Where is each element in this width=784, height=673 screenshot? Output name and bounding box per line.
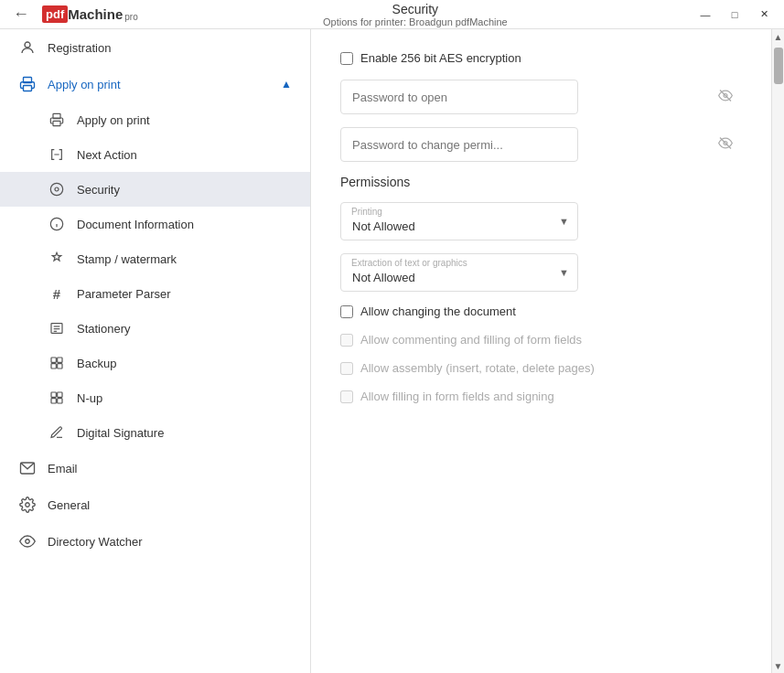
- sidebar-label-nup: N-up: [77, 391, 102, 405]
- svg-rect-15: [58, 358, 62, 362]
- sidebar-item-registration[interactable]: Registration: [0, 29, 310, 66]
- allow-filling-row: Allow filling in form fields and signing: [340, 390, 742, 403]
- permissions-label: Permissions: [340, 175, 742, 189]
- sidebar-item-email[interactable]: Email: [0, 450, 310, 486]
- chevron-up-icon: ▲: [281, 78, 292, 91]
- stationery-icon: [48, 319, 66, 337]
- svg-point-6: [55, 187, 59, 191]
- allow-assembly-row: Allow assembly (insert, rotate, delete p…: [340, 361, 742, 375]
- content-scroll: Enable 256 bit AES encryption: [311, 29, 771, 673]
- sidebar-item-general[interactable]: General: [0, 486, 310, 523]
- scroll-down-arrow[interactable]: ▼: [772, 658, 785, 673]
- logo-pdf: pdf: [42, 5, 68, 23]
- sidebar-subitem-stamp-watermark[interactable]: Stamp / watermark: [0, 241, 310, 276]
- maximize-button[interactable]: □: [722, 5, 747, 25]
- sidebar-subitem-parameter-parser[interactable]: # Parameter Parser: [0, 276, 310, 311]
- sidebar-subitem-digital-signature[interactable]: Digital Signature: [0, 415, 310, 450]
- back-button[interactable]: ←: [7, 3, 35, 26]
- stamp-icon: [48, 250, 66, 268]
- scroll-up-arrow[interactable]: ▲: [772, 29, 785, 44]
- svg-rect-4: [53, 121, 60, 125]
- eye-change-icon[interactable]: [718, 136, 733, 154]
- window-title: Security: [392, 2, 439, 16]
- person-icon: [18, 38, 37, 57]
- password-change-field: [340, 127, 742, 162]
- svg-point-23: [26, 503, 30, 507]
- sidebar-subitem-next-action[interactable]: Next Action: [0, 137, 310, 172]
- allow-commenting-label: Allow commenting and filling of form fie…: [360, 333, 582, 347]
- extraction-select[interactable]: Not Allowed Allowed: [340, 253, 578, 292]
- encryption-label[interactable]: Enable 256 bit AES encryption: [360, 51, 521, 65]
- permissions-section: Permissions Printing Not Allowed Allowed…: [340, 175, 742, 403]
- allow-changing-row: Allow changing the document: [340, 304, 742, 318]
- sidebar-label-apply-on-print-sub: Apply on print: [77, 113, 150, 127]
- sidebar-scroll: Registration Apply on print ▲: [0, 29, 310, 673]
- sidebar-label-document-info: Document Information: [77, 218, 194, 231]
- titlebar: ← pdf Machine pro Security Options for p…: [0, 0, 784, 29]
- svg-rect-14: [51, 358, 56, 362]
- sidebar-label-stamp: Stamp / watermark: [77, 252, 177, 266]
- allow-commenting-row: Allow commenting and filling of form fie…: [340, 333, 742, 347]
- allow-filling-label: Allow filling in form fields and signing: [360, 390, 554, 403]
- right-scrollbar: ▲ ▼: [771, 29, 784, 673]
- encryption-checkbox[interactable]: [340, 52, 353, 65]
- sidebar-label-next-action: Next Action: [77, 148, 137, 162]
- sidebar-subitem-stationery[interactable]: Stationery: [0, 311, 310, 346]
- sidebar-label-backup: Backup: [77, 357, 116, 370]
- logo: pdf Machine pro: [42, 5, 138, 23]
- eye-open-icon[interactable]: [718, 89, 733, 106]
- svg-rect-16: [51, 364, 56, 369]
- sidebar-label-security: Security: [77, 183, 120, 197]
- close-button[interactable]: ✕: [751, 5, 777, 25]
- minimize-button[interactable]: —: [693, 5, 718, 25]
- nup-icon: [48, 389, 66, 407]
- sidebar-item-directory-watcher[interactable]: Directory Watcher: [0, 523, 310, 560]
- hash-icon: #: [48, 284, 66, 303]
- extraction-select-wrapper: Extraction of text or graphics Not Allow…: [340, 253, 578, 292]
- sidebar-label-registration: Registration: [48, 41, 111, 55]
- sidebar-label-directory-watcher: Directory Watcher: [48, 535, 143, 549]
- sidebar-label-email: Email: [48, 462, 78, 475]
- password-change-input[interactable]: [340, 127, 578, 162]
- printing-field: Printing Not Allowed Allowed Low Resolut…: [340, 202, 742, 240]
- allow-changing-label[interactable]: Allow changing the document: [360, 304, 516, 318]
- allow-assembly-label: Allow assembly (insert, rotate, delete p…: [360, 361, 595, 375]
- password-open-input[interactable]: [340, 80, 578, 114]
- allow-changing-checkbox[interactable]: [340, 305, 353, 318]
- sidebar-subitem-backup[interactable]: Backup: [0, 346, 310, 380]
- svg-rect-18: [51, 392, 56, 397]
- next-action-icon: [48, 145, 66, 164]
- gear-icon: [18, 496, 37, 514]
- content-area: Enable 256 bit AES encryption: [311, 29, 784, 673]
- sidebar-label-apply-on-print: Apply on print: [48, 78, 121, 91]
- printing-select[interactable]: Not Allowed Allowed Low Resolution Only: [340, 202, 578, 240]
- sidebar-label-general: General: [48, 498, 90, 512]
- password-open-field: [340, 80, 742, 114]
- svg-rect-20: [51, 399, 56, 403]
- sidebar: Registration Apply on print ▲: [0, 29, 311, 673]
- extraction-field: Extraction of text or graphics Not Allow…: [340, 253, 742, 292]
- sidebar-item-apply-on-print[interactable]: Apply on print ▲: [0, 66, 310, 102]
- allow-filling-checkbox[interactable]: [340, 390, 353, 403]
- email-icon: [18, 459, 37, 477]
- sidebar-subitem-document-info[interactable]: Document Information: [0, 207, 310, 241]
- svg-point-24: [26, 539, 30, 544]
- window-controls: — □ ✕: [693, 5, 777, 25]
- svg-rect-2: [24, 86, 32, 91]
- sidebar-subitem-security[interactable]: Security: [0, 172, 310, 207]
- allow-assembly-checkbox[interactable]: [340, 362, 353, 375]
- sidebar-label-digital-signature: Digital Signature: [77, 426, 164, 440]
- svg-point-5: [50, 183, 62, 195]
- logo-machine: Machine: [68, 6, 123, 22]
- digital-signature-icon: [48, 423, 66, 442]
- sidebar-subitem-apply-on-print[interactable]: Apply on print: [0, 102, 310, 137]
- backup-icon: [48, 354, 66, 372]
- scroll-thumb[interactable]: [774, 48, 783, 84]
- window-subtitle: Options for printer: Broadgun pdfMachine: [323, 16, 508, 27]
- eye-icon: [18, 532, 37, 550]
- sidebar-label-parameter-parser: Parameter Parser: [77, 287, 171, 301]
- print-icon: [18, 75, 37, 93]
- sidebar-subitem-nup[interactable]: N-up: [0, 380, 310, 415]
- allow-commenting-checkbox[interactable]: [340, 334, 353, 347]
- svg-rect-17: [58, 364, 62, 369]
